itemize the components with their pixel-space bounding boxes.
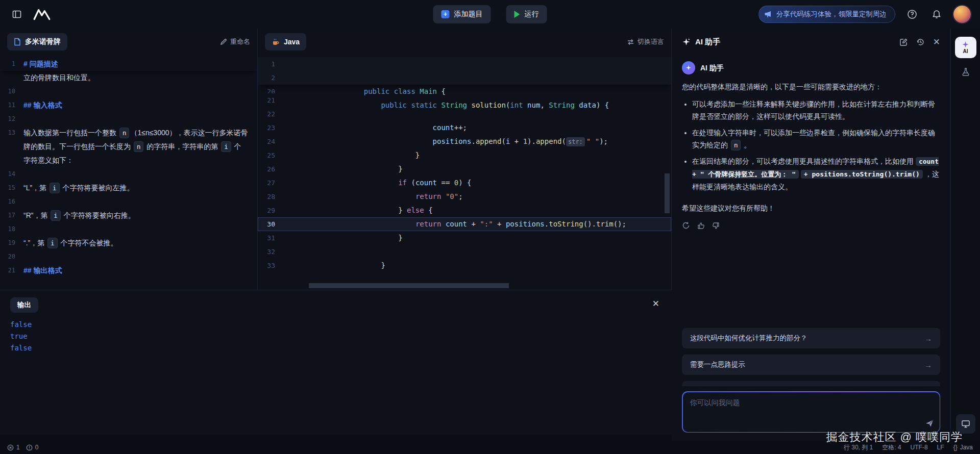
code-line[interactable]: 25 if (count == 0) { bbox=[258, 148, 671, 162]
send-button[interactable] bbox=[925, 419, 934, 428]
rename-button[interactable]: 重命名 bbox=[220, 37, 250, 46]
cursor-position[interactable]: 行 30, 列 1 bbox=[844, 443, 873, 452]
encoding-setting[interactable]: UTF-8 bbox=[911, 444, 928, 451]
problem-line[interactable]: 13 输入数据第一行包括一个整数 n（1≤n≤3000），表示这一行多米诺骨牌的… bbox=[0, 126, 257, 167]
suggested-question[interactable]: 需要一点思路提示 → bbox=[682, 355, 940, 375]
code-line[interactable]: 31 } bbox=[258, 231, 671, 245]
ai-greeting: 您的代码整体思路是清晰的，以下是一些可能需要改进的地方： bbox=[682, 81, 940, 93]
new-chat-button[interactable] bbox=[899, 38, 908, 46]
code-line[interactable]: 32 bbox=[258, 245, 671, 259]
add-problem-button[interactable]: 添加题目 bbox=[433, 5, 491, 23]
help-button[interactable] bbox=[904, 7, 920, 22]
language-tab[interactable]: Java bbox=[265, 33, 306, 51]
language-mode[interactable]: {} Java bbox=[953, 444, 973, 451]
output-close-button[interactable]: ✕ bbox=[652, 299, 659, 308]
text-segment: i bbox=[51, 210, 61, 221]
notifications-button[interactable] bbox=[929, 7, 944, 22]
line-number: 20 bbox=[258, 85, 286, 93]
add-icon bbox=[442, 10, 450, 18]
app-logo[interactable] bbox=[33, 8, 51, 21]
code-line[interactable]: 29 } bbox=[258, 204, 671, 217]
topbar-actions: 添加题目 运行 bbox=[433, 5, 547, 23]
horizontal-scrollbar-thumb[interactable] bbox=[309, 283, 509, 288]
thumbs-up-button[interactable] bbox=[697, 221, 705, 230]
code-token: String bbox=[441, 101, 471, 109]
problem-line[interactable]: 1 # 问题描述 bbox=[0, 57, 257, 71]
code-line[interactable]: 28 return count + ":" + positions.toStri… bbox=[258, 190, 671, 204]
problem-line[interactable]: 16 bbox=[0, 195, 257, 209]
rename-label: 重命名 bbox=[230, 37, 250, 46]
warning-circle-icon bbox=[26, 444, 33, 451]
sparkle-icon bbox=[685, 65, 692, 71]
error-count[interactable]: 1 bbox=[7, 444, 20, 451]
ai-rail-label: AI bbox=[963, 49, 968, 54]
code-line[interactable]: 27 } else { bbox=[258, 176, 671, 190]
problem-line[interactable]: 20 bbox=[0, 250, 257, 264]
code-editor-panel: Java 切换语言 1 bbox=[258, 29, 672, 290]
error-count-value: 1 bbox=[16, 444, 20, 451]
problem-title-chip[interactable]: 多米诺骨牌 bbox=[7, 33, 67, 51]
text-segment: i bbox=[221, 141, 231, 152]
ai-message-sender: AI 助手 bbox=[682, 61, 940, 74]
line-number: 13 bbox=[0, 126, 23, 167]
code-line[interactable]: 26 return "0"; bbox=[258, 162, 671, 176]
line-number: 27 bbox=[258, 176, 286, 190]
suggested-question[interactable]: 这段代码中如何优化计算推力的部分？ → bbox=[682, 328, 940, 348]
line-number: 28 bbox=[258, 190, 286, 204]
thumbs-down-button[interactable] bbox=[712, 221, 720, 230]
problem-line[interactable]: 立的骨牌数目和位置。 bbox=[0, 71, 257, 85]
problem-line[interactable]: 10 bbox=[0, 85, 257, 98]
history-button[interactable] bbox=[916, 38, 925, 46]
code-line[interactable]: 24 } bbox=[258, 135, 671, 148]
console-toggle-button[interactable] bbox=[956, 414, 975, 434]
code-line-text bbox=[286, 245, 671, 259]
problem-title: 多米诺骨牌 bbox=[25, 37, 61, 46]
close-icon: ✕ bbox=[652, 299, 659, 309]
text-segment: 个字符不会被推。 bbox=[59, 239, 118, 247]
problem-line[interactable]: 17 “R”，第 i 个字符将要被向右推。 bbox=[0, 209, 257, 222]
problem-line[interactable]: 11 ## 输入格式 bbox=[0, 98, 257, 112]
text-segment: 的字符串，字符串的第 bbox=[144, 142, 220, 150]
add-problem-label: 添加题目 bbox=[454, 10, 483, 19]
code-line[interactable]: 30 bbox=[258, 217, 671, 231]
problem-line[interactable]: 21 ## 输出格式 bbox=[0, 264, 257, 278]
run-button[interactable]: 运行 bbox=[506, 5, 547, 23]
ai-chat-input[interactable] bbox=[683, 392, 940, 432]
code-lines: 1 public class Main { 2 bbox=[258, 57, 671, 277]
code-line[interactable]: 1 public class Main { bbox=[258, 57, 671, 71]
sidebar-toggle-button[interactable] bbox=[9, 7, 24, 22]
question-circle-icon bbox=[907, 9, 917, 19]
problem-line[interactable]: 19 “.”，第 i 个字符不会被推。 bbox=[0, 236, 257, 250]
problem-line[interactable]: 14 bbox=[0, 167, 257, 181]
ai-closing: 希望这些建议对您有所帮助！ bbox=[682, 202, 940, 214]
suggested-question-partial[interactable] bbox=[682, 381, 940, 386]
indentation-setting[interactable]: 空格: 4 bbox=[882, 443, 901, 452]
eol-setting[interactable]: LF bbox=[937, 444, 944, 451]
code-line[interactable]: 2 public static String solution(int num,… bbox=[258, 71, 671, 85]
text-segment: 在返回结果的部分，可以考虑使用更具描述性的字符串格式，比如使用 bbox=[692, 157, 916, 165]
ai-rail-button[interactable]: AI bbox=[955, 37, 976, 58]
line-number: 23 bbox=[258, 121, 286, 135]
code-line[interactable]: 23 } bbox=[258, 121, 671, 135]
warning-count[interactable]: 0 bbox=[26, 444, 39, 451]
suggested-question-label: 这段代码中如何优化计算推力的部分？ bbox=[690, 334, 807, 343]
vertical-scrollbar-thumb[interactable] bbox=[665, 173, 670, 213]
output-line: true bbox=[10, 331, 662, 342]
code-area: 1 public class Main { 2 bbox=[258, 55, 671, 290]
problem-line-text: ## 输出格式 bbox=[23, 264, 257, 278]
monitor-icon bbox=[961, 419, 970, 428]
promo-banner[interactable]: 分享代码练习体验，领限量定制周边 bbox=[758, 6, 895, 23]
code-line[interactable]: 34 bbox=[258, 272, 671, 277]
problem-line[interactable]: 15 “L”，第 i 个字符将要被向左推。 bbox=[0, 181, 257, 195]
code-line[interactable]: 33 public static void main(String[] args… bbox=[258, 259, 671, 272]
error-circle-icon bbox=[7, 444, 14, 451]
ai-close-button[interactable]: ✕ bbox=[933, 38, 940, 46]
switch-language-button[interactable]: 切换语言 bbox=[627, 37, 664, 46]
lab-button[interactable] bbox=[961, 67, 970, 77]
switch-language-label: 切换语言 bbox=[638, 37, 664, 46]
regenerate-button[interactable] bbox=[682, 221, 690, 230]
output-tab[interactable]: 输出 bbox=[10, 297, 38, 313]
user-avatar[interactable] bbox=[953, 6, 971, 23]
problem-line[interactable]: 18 bbox=[0, 222, 257, 236]
problem-line[interactable]: 12 bbox=[0, 112, 257, 126]
